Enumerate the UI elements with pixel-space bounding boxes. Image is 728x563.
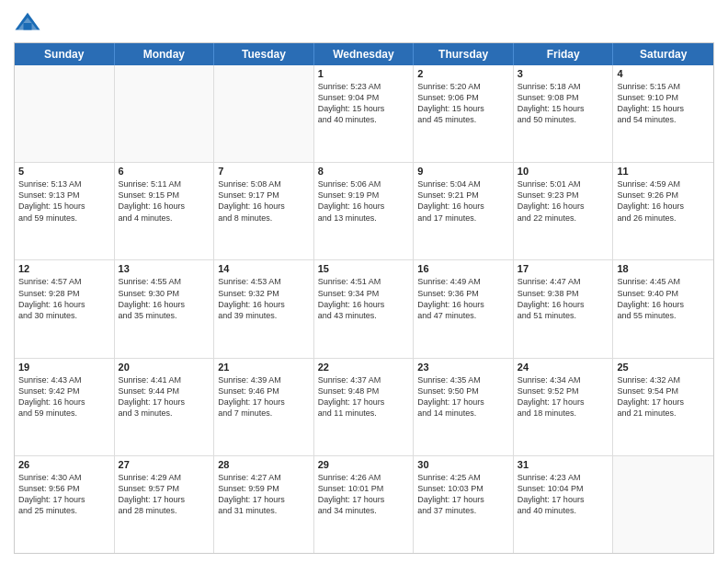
calendar-cell: 26Sunrise: 4:30 AM Sunset: 9:56 PM Dayli… (15, 456, 115, 553)
calendar-cell: 27Sunrise: 4:29 AM Sunset: 9:57 PM Dayli… (115, 456, 215, 553)
day-info: Sunrise: 4:30 AM Sunset: 9:56 PM Dayligh… (18, 472, 110, 517)
calendar-cell: 20Sunrise: 4:41 AM Sunset: 9:44 PM Dayli… (115, 359, 215, 455)
day-info: Sunrise: 4:34 AM Sunset: 9:52 PM Dayligh… (518, 374, 609, 419)
calendar-cell: 28Sunrise: 4:27 AM Sunset: 9:59 PM Dayli… (214, 456, 314, 553)
day-info: Sunrise: 4:59 AM Sunset: 9:26 PM Dayligh… (617, 178, 710, 224)
day-info: Sunrise: 5:11 AM Sunset: 9:15 PM Dayligh… (119, 178, 210, 224)
day-number: 20 (119, 362, 210, 373)
day-number: 26 (18, 459, 110, 470)
day-number: 14 (218, 263, 310, 274)
day-number: 15 (318, 263, 410, 274)
day-number: 17 (518, 263, 609, 274)
day-info: Sunrise: 4:29 AM Sunset: 9:57 PM Dayligh… (119, 472, 210, 517)
calendar-row-1: 1Sunrise: 5:23 AM Sunset: 9:04 PM Daylig… (15, 65, 713, 163)
calendar: SundayMondayTuesdayWednesdayThursdayFrid… (14, 42, 714, 554)
day-number: 27 (119, 459, 210, 470)
calendar-cell: 6Sunrise: 5:11 AM Sunset: 9:15 PM Daylig… (115, 163, 215, 259)
calendar-cell (115, 65, 215, 162)
calendar-header-saturday: Saturday (613, 43, 713, 65)
day-info: Sunrise: 5:01 AM Sunset: 9:23 PM Dayligh… (518, 178, 609, 224)
calendar-cell: 1Sunrise: 5:23 AM Sunset: 9:04 PM Daylig… (314, 65, 415, 162)
day-number: 19 (18, 362, 110, 373)
day-number: 5 (18, 166, 110, 177)
calendar-cell: 31Sunrise: 4:23 AM Sunset: 10:04 PM Dayl… (514, 456, 614, 553)
calendar-cell: 29Sunrise: 4:26 AM Sunset: 10:01 PM Dayl… (314, 456, 415, 553)
calendar-cell: 22Sunrise: 4:37 AM Sunset: 9:48 PM Dayli… (314, 359, 415, 455)
day-info: Sunrise: 4:49 AM Sunset: 9:36 PM Dayligh… (417, 276, 509, 321)
day-info: Sunrise: 4:51 AM Sunset: 9:34 PM Dayligh… (318, 276, 410, 321)
day-info: Sunrise: 4:45 AM Sunset: 9:40 PM Dayligh… (617, 276, 710, 321)
day-number: 7 (218, 166, 310, 177)
calendar-cell: 12Sunrise: 4:57 AM Sunset: 9:28 PM Dayli… (15, 260, 115, 357)
day-number: 13 (119, 263, 210, 274)
calendar-cell (613, 456, 713, 553)
calendar-cell: 13Sunrise: 4:55 AM Sunset: 9:30 PM Dayli… (115, 260, 215, 357)
calendar-row-5: 26Sunrise: 4:30 AM Sunset: 9:56 PM Dayli… (15, 456, 713, 553)
calendar-cell: 16Sunrise: 4:49 AM Sunset: 9:36 PM Dayli… (414, 260, 514, 357)
day-number: 6 (119, 166, 210, 177)
day-info: Sunrise: 4:53 AM Sunset: 9:32 PM Dayligh… (218, 276, 310, 321)
day-number: 22 (318, 362, 410, 373)
svg-rect-2 (24, 23, 32, 30)
calendar-cell: 10Sunrise: 5:01 AM Sunset: 9:23 PM Dayli… (514, 163, 614, 259)
calendar-cell: 19Sunrise: 4:43 AM Sunset: 9:42 PM Dayli… (15, 359, 115, 455)
calendar-cell: 18Sunrise: 4:45 AM Sunset: 9:40 PM Dayli… (613, 260, 713, 357)
calendar-body: 1Sunrise: 5:23 AM Sunset: 9:04 PM Daylig… (15, 65, 713, 553)
day-number: 16 (417, 263, 509, 274)
page: SundayMondayTuesdayWednesdayThursdayFrid… (0, 0, 728, 563)
day-info: Sunrise: 4:37 AM Sunset: 9:48 PM Dayligh… (318, 374, 410, 419)
calendar-cell: 21Sunrise: 4:39 AM Sunset: 9:46 PM Dayli… (214, 359, 314, 455)
day-info: Sunrise: 5:08 AM Sunset: 9:17 PM Dayligh… (218, 178, 310, 224)
day-number: 23 (417, 362, 509, 373)
calendar-header-tuesday: Tuesday (214, 43, 314, 65)
calendar-cell: 8Sunrise: 5:06 AM Sunset: 9:19 PM Daylig… (314, 163, 415, 259)
day-number: 3 (518, 68, 609, 79)
calendar-cell: 4Sunrise: 5:15 AM Sunset: 9:10 PM Daylig… (613, 65, 713, 162)
day-number: 25 (617, 362, 710, 373)
day-info: Sunrise: 4:43 AM Sunset: 9:42 PM Dayligh… (18, 374, 110, 419)
calendar-cell: 15Sunrise: 4:51 AM Sunset: 9:34 PM Dayli… (314, 260, 415, 357)
day-info: Sunrise: 4:23 AM Sunset: 10:04 PM Daylig… (518, 472, 609, 517)
calendar-cell: 24Sunrise: 4:34 AM Sunset: 9:52 PM Dayli… (514, 359, 614, 455)
calendar-cell (214, 65, 314, 162)
calendar-header-friday: Friday (514, 43, 614, 65)
day-info: Sunrise: 4:57 AM Sunset: 9:28 PM Dayligh… (18, 276, 110, 321)
calendar-cell: 14Sunrise: 4:53 AM Sunset: 9:32 PM Dayli… (214, 260, 314, 357)
header (14, 9, 714, 37)
day-info: Sunrise: 5:18 AM Sunset: 9:08 PM Dayligh… (518, 81, 609, 126)
day-number: 12 (18, 263, 110, 274)
day-info: Sunrise: 4:27 AM Sunset: 9:59 PM Dayligh… (218, 472, 310, 517)
day-number: 8 (318, 166, 410, 177)
calendar-header-wednesday: Wednesday (314, 43, 415, 65)
day-number: 9 (417, 166, 509, 177)
calendar-header-monday: Monday (115, 43, 215, 65)
day-info: Sunrise: 4:35 AM Sunset: 9:50 PM Dayligh… (417, 374, 509, 419)
calendar-row-2: 5Sunrise: 5:13 AM Sunset: 9:13 PM Daylig… (15, 163, 713, 260)
calendar-row-3: 12Sunrise: 4:57 AM Sunset: 9:28 PM Dayli… (15, 260, 713, 358)
calendar-cell: 7Sunrise: 5:08 AM Sunset: 9:17 PM Daylig… (214, 163, 314, 259)
calendar-header-row: SundayMondayTuesdayWednesdayThursdayFrid… (15, 43, 713, 65)
day-number: 18 (617, 263, 710, 274)
logo (14, 9, 45, 37)
calendar-cell: 17Sunrise: 4:47 AM Sunset: 9:38 PM Dayli… (514, 260, 614, 357)
day-number: 30 (417, 459, 509, 470)
calendar-header-thursday: Thursday (414, 43, 514, 65)
day-info: Sunrise: 4:25 AM Sunset: 10:03 PM Daylig… (417, 472, 509, 517)
day-info: Sunrise: 5:23 AM Sunset: 9:04 PM Dayligh… (318, 81, 410, 126)
day-info: Sunrise: 4:39 AM Sunset: 9:46 PM Dayligh… (218, 374, 310, 419)
day-number: 4 (617, 68, 710, 79)
logo-icon (14, 9, 41, 37)
calendar-cell (15, 65, 115, 162)
calendar-cell: 23Sunrise: 4:35 AM Sunset: 9:50 PM Dayli… (414, 359, 514, 455)
day-info: Sunrise: 4:47 AM Sunset: 9:38 PM Dayligh… (518, 276, 609, 321)
calendar-cell: 9Sunrise: 5:04 AM Sunset: 9:21 PM Daylig… (414, 163, 514, 259)
day-number: 10 (518, 166, 609, 177)
day-info: Sunrise: 5:15 AM Sunset: 9:10 PM Dayligh… (617, 81, 710, 126)
day-info: Sunrise: 4:41 AM Sunset: 9:44 PM Dayligh… (119, 374, 210, 419)
day-info: Sunrise: 4:26 AM Sunset: 10:01 PM Daylig… (318, 472, 410, 517)
calendar-cell: 5Sunrise: 5:13 AM Sunset: 9:13 PM Daylig… (15, 163, 115, 259)
day-number: 21 (218, 362, 310, 373)
day-info: Sunrise: 5:13 AM Sunset: 9:13 PM Dayligh… (18, 178, 110, 224)
day-number: 11 (617, 166, 710, 177)
day-info: Sunrise: 5:06 AM Sunset: 9:19 PM Dayligh… (318, 178, 410, 224)
